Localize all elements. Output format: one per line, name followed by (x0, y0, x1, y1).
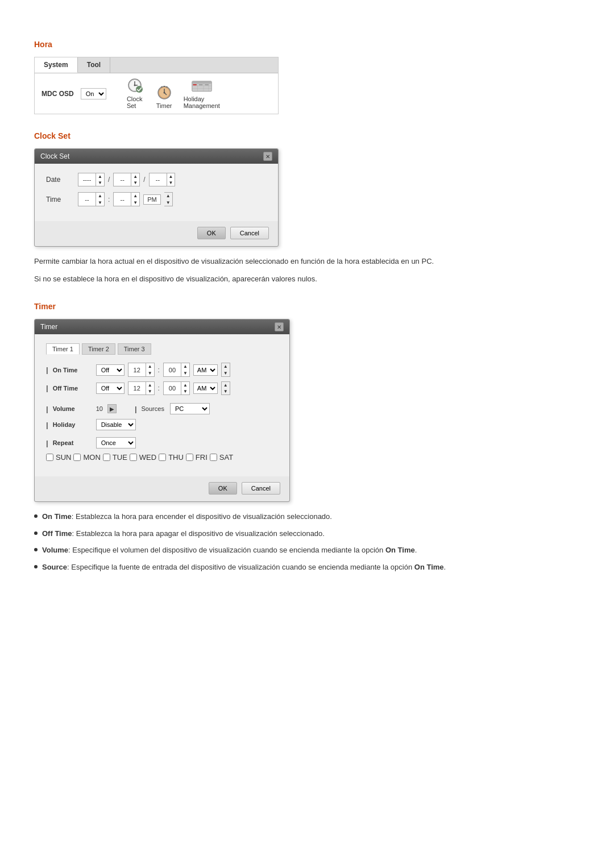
day-fri-checkbox[interactable] (186, 454, 193, 461)
date-arrows-3[interactable]: ▲ ▼ (167, 173, 175, 186)
bullet-dot-1 (34, 514, 38, 518)
on-hour-spinbox[interactable]: 12 ▲ ▼ (128, 363, 155, 376)
date-down-3[interactable]: ▼ (167, 180, 175, 186)
timer-tab-2[interactable]: Timer 2 (82, 343, 115, 355)
on-hour-val: 12 (128, 366, 146, 375)
mdc-content: MDC OSD On Off (35, 73, 278, 114)
holiday-pipe: | (46, 421, 48, 429)
time-label: Time (46, 196, 74, 203)
clock-set-ok-button[interactable]: OK (197, 227, 226, 239)
hora-title: Hora (34, 40, 580, 49)
date-down-1[interactable]: ▼ (96, 180, 104, 186)
sources-label: Sources (142, 405, 164, 412)
on-ampm-arrows[interactable]: ▲ ▼ (221, 363, 230, 376)
timer-ok-button[interactable]: OK (209, 482, 237, 495)
holiday-select[interactable]: DisableEnable (96, 419, 136, 430)
date-spinbox-1[interactable]: ---- ▲ ▼ (78, 173, 105, 186)
bullet-volume-on-time: On Time (385, 546, 415, 554)
ampm-down[interactable]: ▼ (164, 200, 172, 206)
time-up-2[interactable]: ▲ (131, 193, 139, 199)
timer-dialog: Timer ✕ Timer 1 Timer 2 Timer 3 | On Tim… (34, 319, 290, 502)
time-arrows-2[interactable]: ▲ ▼ (131, 193, 139, 205)
clock-set-label: ClockSet (127, 95, 143, 109)
day-sun-label: SUN (56, 453, 71, 462)
time-down-1[interactable]: ▼ (96, 200, 104, 206)
time-arrows-1[interactable]: ▲ ▼ (96, 193, 104, 205)
timer-cancel-button[interactable]: Cancel (242, 482, 280, 495)
date-spinbox-2[interactable]: -- ▲ ▼ (113, 173, 140, 186)
on-hour-arrows[interactable]: ▲ ▼ (146, 363, 154, 376)
bullet-dot-2 (34, 531, 38, 535)
date-arrows-2[interactable]: ▲ ▼ (131, 173, 139, 186)
bullet-source: Source: Especifique la fuente de entrada… (34, 562, 500, 573)
bullet-list: On Time: Establezca la hora para encende… (34, 511, 580, 572)
off-time-select[interactable]: OffOn (96, 383, 125, 394)
time-ampm: PM (143, 194, 161, 205)
mdc-osd-label: MDC OSD (42, 90, 74, 98)
sources-select[interactable]: PCHDMIDVI (170, 403, 210, 414)
time-spinbox-2[interactable]: -- ▲ ▼ (113, 192, 140, 206)
day-wed-checkbox[interactable] (130, 454, 137, 461)
clock-set-dialog-body: Date ---- ▲ ▼ / -- ▲ ▼ / (35, 164, 278, 221)
on-time-pipe: | (46, 366, 48, 374)
repeat-row: | Repeat OnceEverydayMon~FriMon~SatSat~S… (46, 437, 278, 448)
ampm-up[interactable]: ▲ (164, 193, 172, 199)
timer-close-button[interactable]: ✕ (275, 322, 284, 331)
off-min-spinbox[interactable]: 00 ▲ ▼ (163, 381, 190, 395)
svg-rect-15 (192, 81, 212, 84)
svg-point-10 (163, 92, 165, 94)
bullet-volume-label: Volume (42, 546, 68, 554)
date-arrows-1[interactable]: ▲ ▼ (96, 173, 104, 186)
volume-arrow[interactable]: ▶ (107, 404, 117, 413)
timer-icon-item[interactable]: Timer (154, 85, 175, 109)
clock-set-cancel-button[interactable]: Cancel (230, 227, 269, 239)
date-up-1[interactable]: ▲ (96, 173, 104, 180)
clock-set-dialog-title: Clock Set (40, 152, 69, 160)
time-val2: -- (114, 195, 131, 204)
repeat-select[interactable]: OnceEverydayMon~FriMon~SatSat~Sun (96, 437, 136, 448)
clock-para-2: Si no se establece la hora en el disposi… (34, 273, 500, 285)
on-time-select[interactable]: OffOn (96, 364, 125, 376)
timer-icon (154, 85, 175, 101)
clock-set-dialog: Clock Set ✕ Date ---- ▲ ▼ / -- ▲ (34, 148, 279, 247)
date-up-2[interactable]: ▲ (131, 173, 139, 180)
off-min-arrows[interactable]: ▲ ▼ (181, 382, 189, 394)
timer-tab-1[interactable]: Timer 1 (46, 343, 80, 355)
off-hour-arrows[interactable]: ▲ ▼ (146, 382, 154, 394)
mdc-tabs: System Tool (35, 57, 278, 73)
day-tue-checkbox[interactable] (103, 454, 110, 461)
day-sun-checkbox[interactable] (46, 454, 53, 461)
day-mon-checkbox[interactable] (73, 454, 81, 461)
svg-point-5 (136, 86, 143, 93)
clock-set-icon-item[interactable]: ClockSet (125, 78, 145, 109)
on-min-val: 00 (164, 366, 181, 375)
on-ampm-select[interactable]: AMPM (193, 364, 218, 376)
mdc-tab-tool[interactable]: Tool (78, 57, 110, 73)
on-min-spinbox[interactable]: 00 ▲ ▼ (163, 363, 190, 376)
off-ampm-select[interactable]: AMPM (193, 383, 218, 394)
date-spinbox-3[interactable]: -- ▲ ▼ (149, 173, 176, 186)
time-spinbox-1[interactable]: -- ▲ ▼ (78, 192, 105, 206)
date-down-2[interactable]: ▼ (131, 180, 139, 186)
date-row: Date ---- ▲ ▼ / -- ▲ ▼ / (46, 173, 267, 186)
mdc-tab-system[interactable]: System (35, 57, 78, 73)
clock-set-close-button[interactable]: ✕ (263, 152, 272, 161)
holiday-management-label: HolidayManagement (184, 95, 220, 109)
bullet-dot-4 (34, 565, 38, 568)
on-min-arrows[interactable]: ▲ ▼ (181, 363, 189, 376)
off-ampm-arrows[interactable]: ▲ ▼ (221, 381, 230, 395)
time-down-2[interactable]: ▼ (131, 200, 139, 206)
time-ampm-arrows[interactable]: ▲ ▼ (164, 192, 173, 206)
mdc-osd-select[interactable]: On Off (81, 88, 106, 99)
date-up-3[interactable]: ▲ (167, 173, 175, 180)
time-up-1[interactable]: ▲ (96, 193, 104, 199)
holiday-icon (192, 78, 212, 94)
timer-dialog-title: Timer (40, 323, 57, 331)
holiday-icon-item[interactable]: HolidayManagement (184, 78, 220, 109)
day-sat-checkbox[interactable] (210, 454, 217, 461)
bullet-on-time-text: On Time: Establezca la hora para encende… (42, 511, 332, 522)
day-thu-checkbox[interactable] (159, 454, 166, 461)
timer-tab-3[interactable]: Timer 3 (118, 343, 151, 355)
off-hour-spinbox[interactable]: 12 ▲ ▼ (128, 381, 155, 395)
svg-rect-23 (205, 84, 209, 85)
